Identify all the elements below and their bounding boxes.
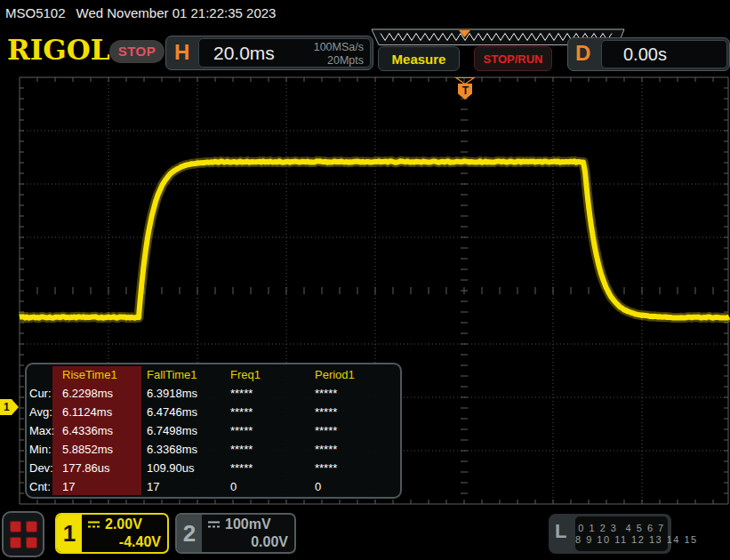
channel2-offset: 0.00V <box>251 534 288 550</box>
horizontal-label: H <box>174 40 189 65</box>
measure-cell: ***** <box>315 459 400 477</box>
measure-header-falltime[interactable]: FallTime1 <box>147 364 230 384</box>
measure-cell: ***** <box>230 440 315 459</box>
delay-box[interactable]: 0.00s <box>601 40 727 68</box>
measure-cell: 6.3368ms <box>147 440 230 459</box>
measure-cell: ***** <box>315 440 400 459</box>
measure-button[interactable]: Measure <box>378 46 460 71</box>
datetime: Wed November 01 21:22:35 2023 <box>76 5 277 20</box>
channel2-number: 2 <box>177 515 202 552</box>
measure-cell: ***** <box>315 384 400 403</box>
model-name: MSO5102 <box>5 5 66 20</box>
spacer <box>27 364 62 384</box>
row-label: Dev: <box>27 459 62 477</box>
channel1-values: 2.00V -4.40V <box>82 515 167 552</box>
measure-cell: 0 <box>230 477 315 496</box>
delay-value: 0.00s <box>623 44 667 65</box>
measure-cell: ***** <box>230 421 315 440</box>
channel2-scale: 100mV <box>225 516 271 532</box>
row-label: Min: <box>27 440 62 459</box>
measure-cell: 6.4746ms <box>147 403 230 421</box>
menu-icon <box>26 521 37 532</box>
measurement-panel: RiseTime1 FallTime1 Freq1 Period1 Cur: 6… <box>25 363 402 499</box>
measure-cell: ***** <box>230 403 315 421</box>
acquisition-info: 100MSa/s 20Mpts <box>314 41 364 68</box>
logic-row-1: 0 1 2 3 4 5 6 7 <box>575 523 668 533</box>
measure-cell: 0 <box>315 477 400 496</box>
measure-cell: 17 <box>62 477 147 496</box>
measure-header-freq[interactable]: Freq1 <box>230 364 315 384</box>
channel1-block[interactable]: 1 2.00V -4.40V <box>55 513 169 554</box>
row-label: Avg: <box>27 403 62 421</box>
measure-cell: ***** <box>315 421 400 440</box>
logic-analyzer-block[interactable]: L 0 1 2 3 4 5 6 7 8 9 10 11 12 13 14 15 <box>549 514 671 554</box>
menu-icon <box>10 521 21 532</box>
timebase-value: 20.0ms <box>213 43 275 64</box>
measure-cell: 5.8852ms <box>62 440 147 459</box>
run-state-badge: STOP <box>109 40 164 63</box>
channel1-number: 1 <box>57 515 82 552</box>
status-bar: MSO5102Wed November 01 21:22:35 2023 <box>5 5 276 20</box>
dc-coupling-icon <box>87 520 100 529</box>
measure-cell: ***** <box>315 403 400 421</box>
measure-cell: ***** <box>230 384 315 403</box>
menu-button[interactable] <box>2 511 44 557</box>
waveform-glow <box>20 161 729 317</box>
oscilloscope-screen: MSO5102Wed November 01 21:22:35 2023 RIG… <box>0 0 730 560</box>
dc-coupling-icon <box>207 520 221 529</box>
waveform-trace <box>20 161 729 317</box>
logic-label: L <box>555 520 566 543</box>
horizontal-panel[interactable]: H 20.0ms 100MSa/s 20Mpts <box>165 36 373 70</box>
measure-cell: ***** <box>230 459 315 477</box>
channel2-values: 100mV 0.00V <box>202 515 294 552</box>
menu-icon <box>10 537 21 548</box>
measure-cell: 109.90us <box>147 459 230 477</box>
stop-run-button[interactable]: STOP/RUN <box>474 46 552 71</box>
measure-cell: 177.86us <box>62 459 147 477</box>
logic-channel-list: 0 1 2 3 4 5 6 7 8 9 10 11 12 13 14 15 <box>575 516 668 551</box>
sample-rate: 100MSa/s <box>314 41 364 54</box>
row-label: Cnt: <box>27 477 62 496</box>
memory-depth: 20Mpts <box>314 54 364 68</box>
measurement-table: RiseTime1 FallTime1 Freq1 Period1 Cur: 6… <box>27 364 400 496</box>
measure-cell: 17 <box>147 477 230 496</box>
timebase-box[interactable]: 20.0ms 100MSa/s 20Mpts <box>198 38 371 68</box>
row-label: Cur: <box>27 384 62 403</box>
channel1-scale: 2.00V <box>105 516 142 532</box>
measure-cell: 6.1124ms <box>62 403 147 421</box>
row-label: Max: <box>27 421 62 440</box>
delay-label: D <box>575 41 590 66</box>
rigol-logo: RIGOL <box>7 34 110 66</box>
trigger-position-marker[interactable]: T <box>456 78 474 100</box>
menu-icon <box>26 537 37 548</box>
channel1-offset: -4.40V <box>119 534 161 550</box>
measure-cell: 6.7498ms <box>147 421 230 440</box>
delay-panel[interactable]: D 0.00s <box>567 37 730 71</box>
logic-row-2: 8 9 10 11 12 13 14 15 <box>575 534 668 545</box>
measure-cell: 6.2298ms <box>62 384 147 403</box>
measure-header-period[interactable]: Period1 <box>315 364 400 384</box>
measure-cell: 6.4336ms <box>62 421 147 440</box>
measure-header-risetime[interactable]: RiseTime1 <box>62 364 147 384</box>
trigger-marker-letter: T <box>462 84 469 97</box>
channel2-block[interactable]: 2 100mV 0.00V <box>175 513 296 554</box>
measure-cell: 6.3918ms <box>147 384 230 403</box>
trigger-marker-wing <box>456 78 474 84</box>
